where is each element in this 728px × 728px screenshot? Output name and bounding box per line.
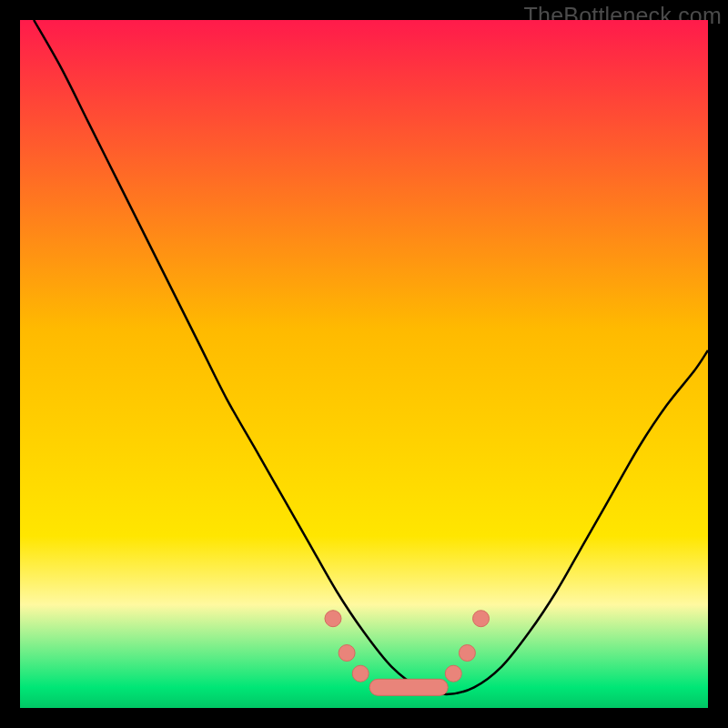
curve-dot-marker <box>459 645 475 662</box>
curve-dot-marker <box>445 665 461 682</box>
curve-dot-marker <box>473 611 490 627</box>
valley-pill-marker <box>369 679 448 695</box>
curve-dot-marker <box>339 645 355 662</box>
chart-frame <box>20 20 708 708</box>
curve-dot-marker <box>352 665 369 682</box>
chart-background-gradient <box>20 20 708 708</box>
curve-dot-marker <box>325 611 341 627</box>
bottleneck-chart <box>20 20 708 708</box>
